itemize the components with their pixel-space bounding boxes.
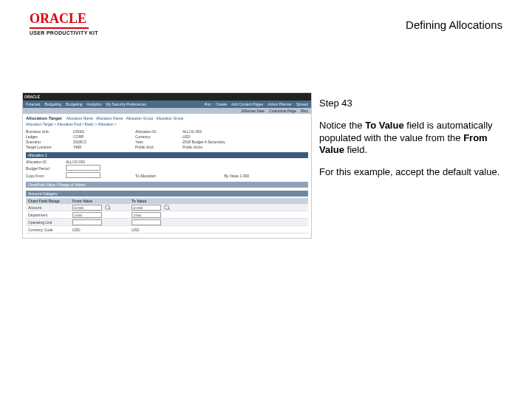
nav-item[interactable]: My Security Preferences [106, 102, 146, 106]
col-chartfield: Chart Field Range [28, 199, 72, 203]
kv-label: Scenario: [26, 140, 70, 144]
subnav-item[interactable]: Effective Date [242, 109, 265, 113]
link[interactable]: Allocation Group [126, 116, 153, 120]
col-to-value: To Value [132, 199, 191, 203]
instruction-paragraph-1: Notice the To Value field is automatical… [319, 120, 508, 156]
pool-label: Allocation ID [26, 160, 63, 164]
table-row: Operating Unit [26, 219, 308, 226]
kv-label: Year: [135, 140, 180, 144]
section-links: Allocation Name Allocation Name Allocati… [66, 116, 184, 120]
app-subnav: Effective Date Customize Page Misc [23, 108, 311, 114]
logo-word: ORACLE [30, 11, 98, 27]
kv-value: 2018 Budget A Secondary [183, 140, 242, 144]
subnav-item[interactable]: Misc [301, 109, 308, 113]
instruction-paragraph-2: For this example, accept the default val… [319, 166, 508, 178]
chartfield-table: Chart Field Range From Value To Value Ac… [26, 198, 308, 233]
lookup-icon[interactable] [164, 205, 169, 210]
page-title: Defining Allocations [406, 18, 502, 31]
from-value-input[interactable]: 12604 [72, 212, 102, 218]
to-value-input[interactable]: 402000 [132, 205, 161, 211]
row-field: Account [28, 205, 72, 210]
row-to: USD [132, 228, 191, 232]
kv-value: US001 [73, 129, 132, 134]
logo-subtitle: USER PRODUCTIVITY KIT [30, 30, 98, 35]
kv-value: Public Accts [183, 145, 242, 149]
nav-item[interactable]: Analytics [87, 102, 102, 106]
link[interactable]: Allocation Group [156, 116, 183, 120]
pool-label: Budget Period [26, 166, 63, 171]
kv-value: USD [183, 134, 242, 139]
from-value-input[interactable]: 402000 [72, 205, 102, 211]
oracle-logo: ORACLE USER PRODUCTIVITY KIT [30, 11, 98, 35]
subnav-item[interactable]: Customize Page [269, 109, 296, 113]
app-top-bar: ORACLE [23, 93, 311, 100]
kv-label: Ledger: [26, 134, 70, 139]
app-screenshot: ORACLE Forecast Budgeting Budgeting Anal… [22, 92, 312, 239]
link[interactable]: Allocation Name [96, 116, 123, 120]
nav-item[interactable]: Forecast [26, 102, 40, 106]
lookup-icon[interactable] [105, 205, 110, 210]
allocation-section-bar: Allocation 1 [26, 152, 308, 158]
pool-value: ALLOC-001 [66, 160, 132, 164]
table-row: Department 12604 12604 [26, 211, 308, 219]
nav-item[interactable]: Budgeting [44, 102, 61, 106]
instruction-panel: Step 43 Notice the To Value field is aut… [319, 98, 508, 188]
nav-item[interactable]: Action Planner [267, 102, 292, 106]
kv-label: Business Unit: [26, 129, 70, 134]
kv-value: 7469 [73, 145, 132, 149]
table-header: Chart Field Range From Value To Value [26, 198, 308, 204]
account-category-bar: Account Category [26, 191, 308, 197]
allocation-pool: Allocation IDALLOC-001 Budget Period Cop… [26, 160, 308, 179]
kv-value: ALLOC-001 [183, 129, 242, 134]
header-fields: Business Unit:US001 Allocation ID:ALLOC-… [26, 129, 308, 149]
app-body: Allocation Target Allocation Name Alloca… [23, 114, 311, 238]
nav-item[interactable]: Run [205, 102, 211, 106]
app-nav-bar: Forecast Budgeting Budgeting Analytics M… [23, 100, 311, 108]
section-title: Allocation Target [26, 116, 62, 120]
by-value-text: By Value 1.000 [183, 174, 249, 178]
kv-value: 2018CC [73, 140, 132, 144]
nav-item[interactable]: Add Content Pages [231, 102, 263, 106]
kv-label: Currency: [135, 134, 180, 139]
table-row: Currency Code USD USD [26, 226, 308, 233]
app-brand: ORACLE [24, 95, 40, 99]
row-from: USD [72, 228, 132, 232]
chartfield-section-bar: ChartField Value / Range of Values [26, 182, 308, 188]
col-from-value: From Value [72, 199, 132, 203]
nav-item[interactable]: Budgeting [66, 102, 83, 106]
pool-label: Copy From [26, 174, 63, 178]
nav-item[interactable]: Create [216, 102, 227, 106]
breadcrumb: Allocation Target > Allocation Pool / Ba… [26, 122, 308, 126]
kv-label: Target Location: [26, 145, 70, 149]
step-label: Step 43 [319, 98, 508, 109]
link[interactable]: Allocation Name [66, 116, 93, 120]
kv-value: CORP [73, 134, 132, 139]
from-value-input[interactable] [72, 219, 102, 225]
to-value-input[interactable] [132, 219, 161, 225]
pool-label: To Allocation [135, 174, 180, 178]
to-value-input[interactable]: 12604 [132, 212, 161, 218]
row-field: Department [28, 213, 72, 217]
budget-period-input[interactable] [66, 165, 100, 171]
kv-label: Allocation ID: [135, 129, 180, 134]
row-field: Currency Code [28, 228, 72, 232]
nav-item[interactable]: Spread [296, 102, 308, 106]
logo-underline [30, 27, 89, 29]
kv-label: Public Acct: [135, 145, 180, 149]
row-field: Operating Unit [28, 220, 72, 225]
copy-from-input[interactable] [66, 172, 100, 178]
table-row: Account 402000 402000 [26, 204, 308, 211]
